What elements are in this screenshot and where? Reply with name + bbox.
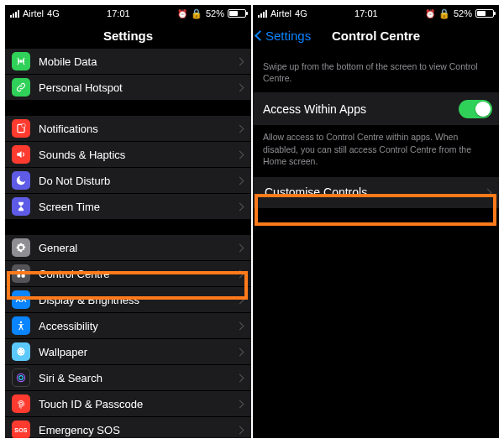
navbar: Settings Control Centre (253, 22, 499, 49)
chevron-right-icon (236, 176, 244, 185)
row-label: Emergency SOS (30, 424, 237, 436)
chevron-right-icon (484, 188, 492, 196)
row-label: Display & Brightness (30, 294, 237, 306)
svg-rect-4 (22, 269, 25, 273)
chevron-right-icon (236, 57, 244, 65)
alarm-icon: ⏰ (425, 9, 435, 18)
svg-point-9 (20, 351, 22, 353)
status-time: 17:01 (107, 8, 130, 18)
svg-point-13 (19, 376, 24, 380)
row-label: General (30, 242, 237, 254)
control-centre-content: Swipe up from the bottom of the screen t… (253, 49, 499, 438)
chevron-right-icon (236, 269, 244, 278)
svg-point-0 (20, 60, 22, 62)
svg-rect-6 (22, 274, 25, 278)
hourglass-icon (12, 197, 30, 216)
settings-list[interactable]: Mobile Data Personal Hotspot Notificatio… (5, 49, 251, 438)
row-emergency-sos[interactable]: SOS Emergency SOS (5, 417, 251, 438)
network-label: 4G (295, 8, 307, 18)
alarm-icon: ⏰ (177, 9, 187, 18)
row-label: Touch ID & Passcode (30, 398, 237, 410)
chevron-right-icon (236, 83, 244, 91)
fingerprint-icon (12, 394, 30, 413)
row-wallpaper[interactable]: Wallpaper (5, 339, 251, 365)
accessibility-icon (12, 316, 30, 335)
moon-icon (12, 171, 30, 190)
battery-icon (228, 9, 246, 18)
page-title: Settings (103, 29, 153, 43)
rotation-lock-icon: 🔒 (191, 8, 202, 19)
row-label: Control Centre (30, 268, 237, 280)
signal-icon (258, 10, 267, 18)
chevron-right-icon (236, 400, 244, 408)
description-access: Allow access to Control Centre within ap… (253, 126, 499, 177)
row-do-not-disturb[interactable]: Do Not Disturb (5, 168, 251, 194)
speaker-icon (12, 145, 30, 164)
svg-point-2 (22, 123, 26, 128)
notifications-icon (12, 119, 30, 138)
antenna-icon (12, 52, 30, 71)
row-label: Customise Controls (260, 185, 485, 199)
control-centre-screen: Airtel 4G 17:01 ⏰ 🔒 52% Settings Control… (253, 5, 499, 438)
row-touch-id[interactable]: Touch ID & Passcode (5, 391, 251, 417)
row-label: Wallpaper (30, 346, 237, 358)
battery-percent: 52% (454, 8, 472, 18)
rotation-lock-icon: 🔒 (438, 8, 450, 19)
row-screen-time[interactable]: Screen Time (5, 194, 251, 220)
page-title: Control Centre (332, 29, 420, 43)
settings-screen: Airtel 4G 17:01 ⏰ 🔒 52% Settings Mobile … (5, 5, 251, 438)
back-button[interactable]: Settings (256, 22, 311, 49)
chevron-right-icon (236, 347, 244, 356)
display-icon: AA (12, 290, 30, 309)
row-sounds-haptics[interactable]: Sounds & Haptics (5, 142, 251, 168)
row-label: Access Within Apps (260, 102, 459, 116)
siri-icon (12, 368, 30, 387)
row-label: Sounds & Haptics (30, 149, 237, 161)
gear-icon (12, 238, 30, 257)
chevron-right-icon (236, 243, 244, 252)
back-label: Settings (265, 29, 311, 43)
row-mobile-data[interactable]: Mobile Data (5, 49, 251, 75)
chevron-right-icon (236, 321, 244, 330)
row-accessibility[interactable]: Accessibility (5, 313, 251, 339)
access-toggle[interactable] (459, 100, 492, 118)
signal-icon (10, 10, 19, 18)
chevron-right-icon (236, 373, 244, 382)
row-access-within-apps[interactable]: Access Within Apps (253, 92, 499, 126)
svg-rect-3 (17, 269, 20, 273)
chevron-right-icon (236, 295, 244, 304)
row-label: Personal Hotspot (30, 81, 237, 94)
chevron-right-icon (236, 202, 244, 211)
row-label: Siri & Search (30, 372, 237, 384)
chevron-right-icon (236, 124, 244, 133)
row-display-brightness[interactable]: AA Display & Brightness (5, 287, 251, 313)
row-general[interactable]: General (5, 235, 251, 261)
network-label: 4G (47, 8, 60, 18)
navbar: Settings (5, 22, 251, 49)
description-swipe: Swipe up from the bottom of the screen t… (253, 49, 499, 92)
status-bar: Airtel 4G 17:01 ⏰ 🔒 52% (5, 5, 251, 22)
chevron-right-icon (236, 150, 244, 159)
svg-point-7 (20, 321, 22, 323)
row-personal-hotspot[interactable]: Personal Hotspot (5, 75, 251, 101)
battery-percent: 52% (206, 8, 224, 18)
carrier-label: Airtel (270, 8, 291, 18)
wallpaper-icon (12, 342, 30, 361)
carrier-label: Airtel (23, 8, 44, 18)
status-bar: Airtel 4G 17:01 ⏰ 🔒 52% (253, 5, 499, 22)
status-time: 17:01 (354, 8, 378, 18)
row-label: Mobile Data (30, 55, 237, 68)
svg-rect-5 (17, 274, 20, 278)
row-control-centre[interactable]: Control Centre (5, 261, 251, 287)
row-label: Do Not Disturb (30, 175, 237, 187)
row-siri-search[interactable]: Siri & Search (5, 365, 251, 391)
sos-icon: SOS (12, 420, 30, 438)
row-customise-controls[interactable]: Customise Controls (253, 177, 499, 209)
row-label: Accessibility (30, 320, 237, 332)
chevron-right-icon (236, 426, 244, 434)
control-centre-icon (12, 264, 30, 283)
link-icon (12, 78, 30, 97)
row-notifications[interactable]: Notifications (5, 116, 251, 142)
row-label: Screen Time (30, 201, 237, 213)
battery-icon (475, 9, 494, 18)
